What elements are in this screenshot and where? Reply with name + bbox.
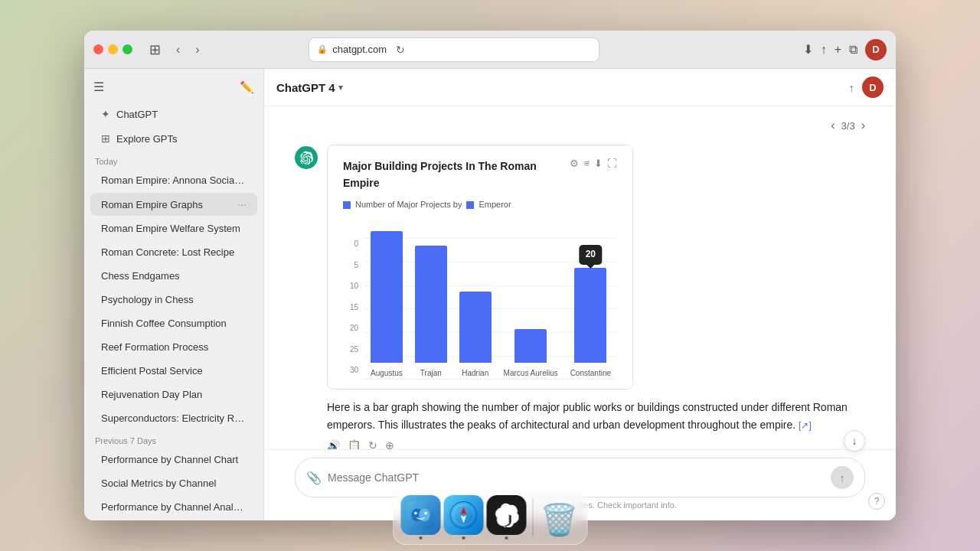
y-label-10: 10 [343,280,358,292]
sidebar: ☰ ✏️ ✦ ChatGPT ⊞ Explore GPTs Today Roma… [84,69,264,520]
sidebar-label-finnish-coffee: Finnish Coffee Consumption [101,318,247,329]
sidebar-label-roman-graphs: Roman Empire Graphs [101,199,231,210]
sidebar-top: ☰ ✏️ [84,77,263,102]
message-input[interactable] [328,471,825,484]
sidebar-item-chess-endgames[interactable]: Chess Endgames [90,265,257,287]
sidebar-item-perf-channel-analysis[interactable]: Performance by Channel Analysi... [90,496,257,518]
sidebar-collapse-button[interactable]: ☰ [93,80,104,94]
dock-item-chatgpt[interactable] [487,495,527,540]
model-selector-button[interactable]: ChatGPT 4 ▾ [276,81,343,94]
chatgpt-dock-icon [487,495,527,535]
bar-label-augustus: Augustus [371,367,403,380]
send-button[interactable]: ↑ [831,466,854,489]
browser-window: ⊞ ‹ › 🔒 chatgpt.com ↻ ⬇ ↑ + ⧉ D ☰ ✏️ ✦ C… [84,31,896,520]
dock-item-safari[interactable] [444,495,484,540]
sidebar-item-social-metrics[interactable]: Social Metrics by Channel [90,472,257,494]
back-button[interactable]: ‹ [172,40,185,60]
user-avatar-chat[interactable]: D [862,77,884,98]
more-options-icon[interactable]: ··· [237,198,247,210]
dock-item-finder[interactable] [401,495,441,540]
pagination-text: 3/3 [841,120,855,132]
sidebar-label-rejuvenation: Rejuvenation Day Plan [101,389,247,400]
chart-container: Major Building Projects In The Roman Emp… [327,145,633,390]
legend-text1: Number of Major Projects by [355,198,462,212]
sidebar-item-reef-formation[interactable]: Reef Formation Process [90,336,257,358]
finder-icon [401,495,441,535]
messages-area: ‹ 3/3 › Major Buildin [264,106,896,449]
model-name: ChatGPT 4 [276,81,335,94]
forward-button[interactable]: › [191,40,204,60]
bar-augustus-rect [371,231,403,363]
reload-button[interactable]: ↻ [396,44,405,56]
bar-label-trajan: Trajan [420,367,442,380]
source-link-icon[interactable]: [↗] [799,420,812,431]
dock-separator [533,498,534,536]
bar-augustus[interactable]: Augustus [371,231,403,380]
sidebar-item-roman-concrete[interactable]: Roman Concrete: Lost Recipe [90,241,257,263]
title-bar: ⊞ ‹ › 🔒 chatgpt.com ↻ ⬇ ↑ + ⧉ D [84,31,896,69]
share-button[interactable]: ↑ [821,43,827,57]
prev-page-button[interactable]: ‹ [831,119,835,132]
sidebar-item-superconductors[interactable]: Superconductors: Electricity Roll... [90,407,257,429]
chart-legend: Number of Major Projects by Emperor [343,198,617,212]
scroll-down-button[interactable]: ↓ [844,430,865,452]
chart-header: Major Building Projects In The Roman Emp… [343,158,617,192]
help-button[interactable]: ? [868,493,885,510]
sidebar-item-chatgpt[interactable]: ✦ ChatGPT [90,103,257,126]
y-axis: 30 25 20 15 10 5 0 [343,238,358,380]
sidebar-label-perf-channel-chart: Performance by Channel Chart [101,454,247,465]
sidebar-item-rejuvenation[interactable]: Rejuvenation Day Plan [90,383,257,406]
sidebar-toggle-button[interactable]: ⊞ [145,38,165,61]
sidebar-item-roman-graphs[interactable]: Roman Empire Graphs ··· [90,193,257,216]
chart-visual: 30 25 20 15 10 5 0 [343,219,617,380]
regenerate-button[interactable]: ↻ [368,439,377,449]
bar-marcus[interactable]: Marcus Aurelius [504,329,558,380]
chart-filter-button[interactable]: ⚙ [570,158,579,169]
trash-icon: 🗑️ [540,500,580,540]
close-button[interactable] [93,44,103,54]
legend-square2 [466,201,474,209]
sidebar-item-roman-welfare[interactable]: Roman Empire Welfare System [90,217,257,240]
audio-button[interactable]: 🔊 [327,439,340,449]
sidebar-item-efficient-postal[interactable]: Efficient Postal Service [90,360,257,382]
user-avatar[interactable]: D [865,39,887,60]
download-button[interactable]: ⬇ [803,42,813,57]
sidebar-label-roman-concrete: Roman Concrete: Lost Recipe [101,246,247,258]
message-text-content: Here is a bar graph showing the number o… [327,401,848,430]
safari-icon [444,495,484,535]
sidebar-item-roman-annona[interactable]: Roman Empire: Annona Social W... [90,169,257,191]
sidebar-item-finnish-coffee[interactable]: Finnish Coffee Consumption [90,312,257,334]
y-label-15: 15 [343,302,358,314]
chart-download-button[interactable]: ⬇ [594,158,603,169]
explore-gpts-icon: ⊞ [101,132,110,145]
chart-sort-button[interactable]: ≡ [583,158,590,169]
message-actions: 🔊 📋 ↻ ⊕ [327,439,865,449]
chatgpt-dock-dot [505,536,508,540]
more-actions-button[interactable]: ⊕ [385,439,394,449]
chart-expand-button[interactable]: ⛶ [607,158,617,169]
sidebar-label-explore-gpts: Explore GPTs [116,133,247,145]
bar-trajan[interactable]: Trajan [415,246,447,380]
svg-point-6 [451,502,477,528]
svg-point-3 [414,512,417,515]
url-text: chatgpt.com [332,44,387,55]
sidebar-item-perf-channel-chart[interactable]: Performance by Channel Chart [90,448,257,471]
bar-hadrian[interactable]: Hadrian [459,292,492,380]
minimize-button[interactable] [108,44,118,54]
chatgpt-message-content: Major Building Projects In The Roman Emp… [327,145,865,449]
address-bar[interactable]: 🔒 chatgpt.com ↻ [309,37,599,62]
sidebar-item-explore-gpts[interactable]: ⊞ Explore GPTs [90,127,257,150]
traffic-lights [93,44,132,54]
share-chat-button[interactable]: ↑ [849,81,855,94]
next-page-button[interactable]: › [861,119,865,132]
bar-constantine[interactable]: 20 Constantine [570,268,611,380]
copy-button[interactable]: 📋 [348,439,361,449]
dock-item-trash[interactable]: 🗑️ [540,500,580,540]
attach-button[interactable]: 📎 [306,471,322,485]
tabs-button[interactable]: ⧉ [849,43,858,57]
sidebar-item-psychology-chess[interactable]: Psychology in Chess [90,289,257,311]
new-chat-button[interactable]: ✏️ [240,80,254,94]
message-text: Here is a bar graph showing the number o… [327,399,865,433]
new-tab-button[interactable]: + [835,43,841,57]
maximize-button[interactable] [122,44,132,54]
